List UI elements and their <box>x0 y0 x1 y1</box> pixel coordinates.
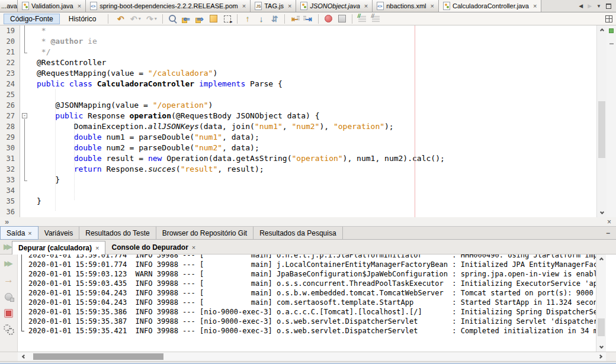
file-tab[interactable]: nbactions.xml× <box>373 0 439 12</box>
panel-tab[interactable]: Saída× <box>0 226 38 240</box>
split-document-icon[interactable] <box>605 15 612 22</box>
previous-bookmark-icon[interactable] <box>240 13 254 25</box>
toolbar-separator <box>352 14 352 24</box>
horizontal-scrollbar-thumb[interactable] <box>33 353 163 360</box>
fold-margin <box>20 57 30 68</box>
next-bookmark-icon[interactable] <box>254 13 268 25</box>
last-edit-position-icon[interactable] <box>114 13 127 25</box>
back-icon[interactable] <box>127 13 143 25</box>
code-token: , <box>283 122 292 131</box>
shift-line-right-icon[interactable] <box>301 13 315 25</box>
close-tab-icon[interactable]: × <box>288 2 291 9</box>
minimize-panel-icon[interactable]: − <box>600 227 616 239</box>
close-tab-icon[interactable]: × <box>364 2 368 9</box>
code-text: return Response.succes("result", result)… <box>30 164 264 175</box>
breadcrumb-expand-icon[interactable]: » <box>5 218 9 226</box>
code-line: 19 * <box>0 25 596 36</box>
toggle-bookmark-icon[interactable] <box>268 13 281 25</box>
scroll-left-icon[interactable] <box>19 352 28 361</box>
code-token: ) <box>213 69 217 78</box>
xml-file-icon <box>90 2 97 10</box>
step-over-icon[interactable] <box>2 273 16 287</box>
uncomment-icon[interactable] <box>369 13 383 25</box>
panel-tab[interactable]: Variáveis <box>38 227 79 239</box>
code-token: Response <box>83 111 129 120</box>
toolbar-separator <box>237 14 238 24</box>
code-token: operation <box>130 111 171 120</box>
find-previous-icon[interactable] <box>179 13 193 25</box>
close-tab-icon[interactable]: × <box>242 2 246 9</box>
console-output[interactable]: 2020-01-01 15:59:01.774 INFO 39988 --- [… <box>18 255 606 352</box>
next-tab-button[interactable]: ▶ <box>588 3 592 9</box>
find-next-icon[interactable] <box>193 13 207 25</box>
comment-icon[interactable] <box>355 13 369 25</box>
console-scrollbar-thumb[interactable] <box>598 318 605 336</box>
file-tab[interactable]: Validation.java× <box>18 0 86 12</box>
code-token: Operation(data.getAsString( <box>162 154 291 163</box>
finish-debugger-icon[interactable] <box>2 306 16 320</box>
close-tab-icon[interactable]: × <box>533 2 537 9</box>
source-view-button[interactable]: Código-Fonte <box>4 14 60 24</box>
code-token: , data); <box>222 133 259 141</box>
code-token: } <box>37 175 60 184</box>
code-line: 31 double result = new Operation(data.ge… <box>0 153 596 164</box>
panel-tab[interactable]: Resultados do Teste <box>79 227 156 239</box>
stop-macro-recording-icon[interactable] <box>335 13 349 25</box>
debug-settings-icon[interactable] <box>2 323 16 337</box>
code-text: double num1 = parseDouble("num1", data); <box>30 132 259 143</box>
scroll-right-icon[interactable] <box>595 352 605 361</box>
code-editor[interactable]: 19 *20 * @author ie21 */22@RestControlle… <box>0 25 616 217</box>
panel-tab-label: Resultados da Pesquisa <box>259 229 336 237</box>
rectangular-selection-icon[interactable] <box>220 13 234 25</box>
code-token: CalculadoraController <box>97 79 194 88</box>
editor-scrollbar-thumb[interactable] <box>598 101 605 158</box>
close-tab-icon[interactable]: × <box>28 230 31 237</box>
output-tab[interactable]: Console do Depurador× <box>105 241 201 254</box>
tab-list-dropdown-icon[interactable]: ▼ <box>596 4 601 9</box>
code-token: (@RequestBody JSONObject data) { <box>171 111 319 120</box>
file-tab[interactable]: TAG.js× <box>251 0 296 12</box>
find-icon[interactable] <box>166 13 179 25</box>
breadcrumb-close-icon[interactable]: × <box>607 218 611 226</box>
fold-margin <box>20 196 30 207</box>
forward-icon[interactable] <box>143 13 159 25</box>
file-tab[interactable]: spring-boot-dependencies-2.2.2.RELEASE.p… <box>86 0 251 12</box>
editor-toolbar: Código-Fonte Histórico <box>0 12 616 25</box>
maximize-window-icon[interactable] <box>606 4 611 9</box>
toggle-highlight-search-icon[interactable] <box>207 13 220 25</box>
file-tab[interactable]: JSONObject.java× <box>296 0 373 12</box>
console-vertical-scrollbar[interactable] <box>596 255 606 352</box>
close-tab-icon[interactable]: × <box>192 244 195 251</box>
close-tab-icon[interactable]: × <box>95 244 99 252</box>
fold-margin: - <box>20 111 30 121</box>
console-horizontal-scrollbar[interactable] <box>0 352 616 361</box>
scrollbar-track[interactable] <box>18 352 606 361</box>
code-text: public class CalculadoraController imple… <box>30 79 283 89</box>
output-tab[interactable]: Depurar (calculadora)× <box>12 241 105 255</box>
collapse-fold-icon[interactable]: - <box>22 113 27 118</box>
output-window-tab-bar: Saída×VariáveisResultados do TesteBrowse… <box>0 227 616 240</box>
close-tab-icon[interactable]: × <box>78 2 81 9</box>
scroll-down-icon[interactable] <box>596 342 606 351</box>
panel-tab[interactable]: Browser do Repositório Git <box>156 227 254 239</box>
code-token: , result); <box>217 165 264 173</box>
line-number: 22 <box>0 57 20 68</box>
scroll-output-tabs-icon[interactable]: ▶▶ <box>0 242 12 254</box>
scroll-up-icon[interactable] <box>597 26 607 35</box>
scroll-down-icon[interactable] <box>597 208 607 217</box>
panel-tab[interactable]: Resultados da Pesquisa <box>254 227 342 239</box>
editor-vertical-scrollbar[interactable] <box>596 25 607 217</box>
scroll-up-icon[interactable] <box>596 255 606 264</box>
apply-code-changes-icon[interactable] <box>2 289 16 304</box>
shift-line-left-icon[interactable] <box>288 13 301 25</box>
start-macro-recording-icon[interactable] <box>322 13 335 25</box>
file-tab[interactable]: CalculadoraController.java× <box>439 0 541 12</box>
file-tab[interactable]: ...ava <box>0 0 18 12</box>
history-view-button[interactable]: Histórico <box>62 14 103 24</box>
code-token: succes <box>148 165 176 173</box>
continue-icon[interactable] <box>2 256 16 270</box>
line-number: 36 <box>0 207 20 217</box>
close-tab-icon[interactable]: × <box>431 2 434 9</box>
line-number: 34 <box>0 185 20 196</box>
previous-tab-button[interactable]: ◀ <box>579 3 583 9</box>
